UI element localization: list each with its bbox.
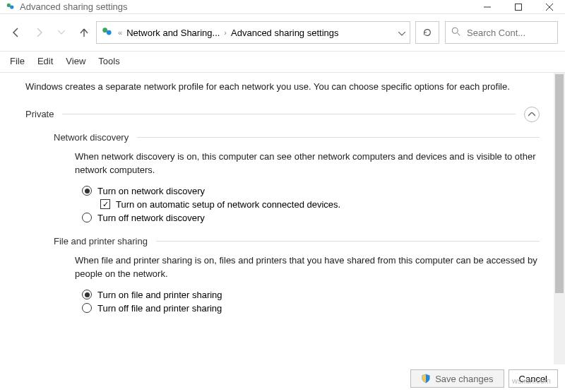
network-discovery-title: Network discovery: [54, 132, 129, 143]
section-private-header[interactable]: Private: [25, 107, 540, 122]
radio-icon: [82, 186, 92, 196]
network-discovery-desc: When network discovery is on, this compu…: [75, 150, 540, 177]
control-panel-icon: [6, 2, 16, 12]
search-box[interactable]: [445, 21, 558, 44]
menu-edit[interactable]: Edit: [37, 56, 53, 66]
network-icon: [101, 26, 114, 39]
minimize-button[interactable]: [472, 0, 503, 14]
subsection-file-printer-sharing: File and printer sharing When file and p…: [54, 236, 540, 314]
intro-text: Windows creates a separate network profi…: [25, 80, 540, 94]
checkbox-icon: ✓: [100, 199, 110, 209]
radio-icon: [82, 213, 92, 222]
radio-label: Turn on file and printer sharing: [97, 290, 222, 300]
svg-point-1: [10, 5, 13, 8]
back-button[interactable]: [10, 26, 23, 39]
radio-icon: [82, 303, 92, 313]
svg-rect-3: [516, 4, 522, 10]
svg-point-6: [102, 28, 107, 32]
cancel-button-label: Cancel: [519, 374, 547, 384]
vertical-scrollbar[interactable]: [554, 73, 565, 364]
recent-dropdown-icon[interactable]: [55, 26, 68, 39]
radio-network-discovery-off[interactable]: Turn off network discovery: [82, 213, 540, 223]
search-input[interactable]: [467, 28, 552, 38]
section-private-title: Private: [25, 109, 54, 119]
divider: [156, 241, 540, 242]
menu-tools[interactable]: Tools: [98, 56, 119, 66]
radio-file-printer-on[interactable]: Turn on file and printer sharing: [82, 290, 540, 300]
radio-icon: [82, 290, 92, 299]
nav-toolbar: « Network and Sharing... › Advanced shar…: [0, 14, 565, 52]
menu-file[interactable]: File: [10, 56, 25, 66]
checkbox-auto-setup[interactable]: ✓ Turn on automatic setup of network con…: [100, 199, 540, 210]
radio-label: Turn on network discovery: [97, 186, 205, 196]
svg-point-7: [107, 30, 112, 35]
shield-icon: [421, 374, 431, 384]
radio-label: Turn off file and printer sharing: [97, 303, 222, 314]
save-button-label: Save changes: [435, 374, 493, 384]
address-bar[interactable]: « Network and Sharing... › Advanced shar…: [96, 21, 410, 44]
file-printer-title: File and printer sharing: [54, 236, 148, 247]
radio-file-printer-off[interactable]: Turn off file and printer sharing: [82, 303, 540, 314]
window-titlebar: Advanced sharing settings: [0, 0, 565, 14]
chevron-right-icon: «: [118, 28, 122, 37]
up-button[interactable]: [78, 26, 90, 39]
window-title: Advanced sharing settings: [20, 1, 127, 12]
file-printer-desc: When file and printer sharing is on, fil…: [75, 254, 540, 281]
scrollbar-thumb[interactable]: [555, 74, 564, 293]
radio-network-discovery-on[interactable]: Turn on network discovery: [82, 186, 540, 196]
svg-line-9: [458, 32, 460, 35]
menu-view[interactable]: View: [66, 56, 85, 66]
close-button[interactable]: [534, 0, 565, 14]
breadcrumb-parent[interactable]: Network and Sharing...: [126, 28, 220, 38]
divider: [62, 114, 516, 114]
subsection-network-discovery: Network discovery When network discovery…: [54, 132, 540, 223]
content-panel: Windows creates a separate network profi…: [0, 73, 565, 364]
chevron-right-icon: ›: [224, 28, 227, 37]
search-icon: [451, 27, 461, 39]
chevron-down-icon[interactable]: [398, 28, 405, 38]
footer-buttons: Save changes Cancel: [403, 365, 565, 392]
breadcrumb-current[interactable]: Advanced sharing settings: [231, 28, 338, 38]
maximize-button[interactable]: [503, 0, 534, 14]
collapse-icon[interactable]: [524, 107, 540, 122]
forward-button[interactable]: [32, 26, 45, 39]
svg-point-8: [452, 28, 458, 33]
refresh-button[interactable]: [415, 21, 439, 44]
svg-point-0: [7, 3, 11, 6]
menu-bar: File Edit View Tools: [0, 52, 565, 73]
radio-label: Turn off network discovery: [97, 213, 205, 223]
checkbox-label: Turn on automatic setup of network conne…: [116, 199, 340, 210]
cancel-button[interactable]: Cancel: [509, 369, 558, 388]
divider: [137, 137, 540, 138]
save-changes-button[interactable]: Save changes: [410, 369, 504, 388]
